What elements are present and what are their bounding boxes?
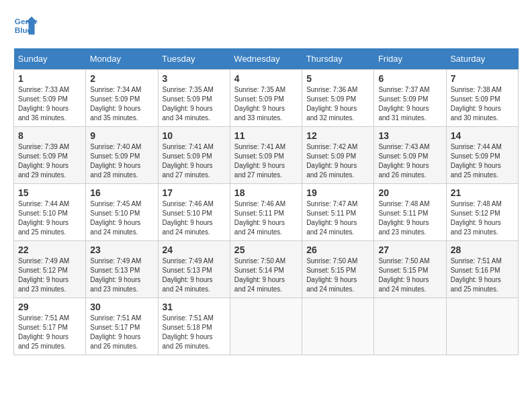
day-info: Sunrise: 7:35 AM Sunset: 5:09 PM Dayligh… [163, 85, 226, 123]
week-row-2: 8Sunrise: 7:39 AM Sunset: 5:09 PM Daylig… [14, 127, 519, 184]
calendar-cell: 14Sunrise: 7:44 AM Sunset: 5:09 PM Dayli… [446, 127, 518, 184]
logo: General Blue [13, 13, 38, 38]
day-number: 25 [234, 244, 298, 255]
calendar-cell: 25Sunrise: 7:50 AM Sunset: 5:14 PM Dayli… [230, 241, 302, 298]
day-number: 8 [18, 130, 81, 141]
day-number: 12 [306, 130, 369, 141]
day-number: 1 [18, 73, 81, 84]
calendar-cell [446, 298, 518, 355]
day-number: 15 [18, 187, 81, 198]
day-number: 28 [451, 244, 514, 255]
day-info: Sunrise: 7:33 AM Sunset: 5:09 PM Dayligh… [18, 85, 81, 123]
day-info: Sunrise: 7:40 AM Sunset: 5:09 PM Dayligh… [90, 142, 153, 180]
day-number: 10 [163, 130, 226, 141]
day-number: 7 [451, 73, 514, 84]
day-info: Sunrise: 7:48 AM Sunset: 5:11 PM Dayligh… [378, 199, 441, 237]
day-number: 20 [378, 187, 441, 198]
calendar-cell: 22Sunrise: 7:49 AM Sunset: 5:12 PM Dayli… [14, 241, 86, 298]
week-row-3: 15Sunrise: 7:44 AM Sunset: 5:10 PM Dayli… [14, 184, 519, 241]
calendar-cell: 12Sunrise: 7:42 AM Sunset: 5:09 PM Dayli… [302, 127, 374, 184]
day-info: Sunrise: 7:51 AM Sunset: 5:17 PM Dayligh… [90, 314, 153, 351]
weekday-header-monday: Monday [86, 48, 158, 70]
calendar-cell: 13Sunrise: 7:43 AM Sunset: 5:09 PM Dayli… [374, 127, 446, 184]
calendar-cell: 15Sunrise: 7:44 AM Sunset: 5:10 PM Dayli… [14, 184, 86, 241]
calendar-cell: 7Sunrise: 7:38 AM Sunset: 5:09 PM Daylig… [446, 70, 518, 127]
calendar-cell: 16Sunrise: 7:45 AM Sunset: 5:10 PM Dayli… [86, 184, 158, 241]
calendar-cell: 9Sunrise: 7:40 AM Sunset: 5:09 PM Daylig… [86, 127, 158, 184]
day-number: 23 [90, 244, 153, 255]
day-info: Sunrise: 7:50 AM Sunset: 5:14 PM Dayligh… [234, 257, 298, 294]
calendar-cell: 24Sunrise: 7:49 AM Sunset: 5:13 PM Dayli… [158, 241, 230, 298]
logo-icon: General Blue [13, 13, 38, 38]
calendar-cell: 30Sunrise: 7:51 AM Sunset: 5:17 PM Dayli… [86, 298, 158, 355]
day-number: 22 [18, 244, 81, 255]
day-number: 30 [90, 302, 153, 312]
day-number: 14 [451, 130, 514, 141]
week-row-5: 29Sunrise: 7:51 AM Sunset: 5:17 PM Dayli… [14, 298, 519, 355]
day-info: Sunrise: 7:49 AM Sunset: 5:13 PM Dayligh… [90, 257, 153, 294]
day-info: Sunrise: 7:50 AM Sunset: 5:15 PM Dayligh… [306, 257, 369, 294]
calendar-table: SundayMondayTuesdayWednesdayThursdayFrid… [13, 48, 519, 355]
weekday-header-wednesday: Wednesday [230, 48, 302, 70]
day-number: 2 [90, 73, 153, 84]
day-number: 27 [378, 244, 441, 255]
calendar-cell [374, 298, 446, 355]
day-info: Sunrise: 7:49 AM Sunset: 5:12 PM Dayligh… [18, 257, 81, 294]
day-info: Sunrise: 7:44 AM Sunset: 5:10 PM Dayligh… [18, 199, 81, 237]
weekday-header-sunday: Sunday [14, 48, 86, 70]
day-info: Sunrise: 7:43 AM Sunset: 5:09 PM Dayligh… [378, 142, 441, 180]
calendar-cell: 21Sunrise: 7:48 AM Sunset: 5:12 PM Dayli… [446, 184, 518, 241]
day-number: 11 [234, 130, 298, 141]
day-number: 29 [18, 302, 81, 312]
day-info: Sunrise: 7:41 AM Sunset: 5:09 PM Dayligh… [163, 142, 226, 180]
day-info: Sunrise: 7:41 AM Sunset: 5:09 PM Dayligh… [234, 142, 298, 180]
day-number: 6 [378, 73, 441, 84]
day-number: 5 [306, 73, 369, 84]
calendar-cell: 20Sunrise: 7:48 AM Sunset: 5:11 PM Dayli… [374, 184, 446, 241]
weekday-header-thursday: Thursday [302, 48, 374, 70]
calendar-cell: 10Sunrise: 7:41 AM Sunset: 5:09 PM Dayli… [158, 127, 230, 184]
day-number: 13 [378, 130, 441, 141]
calendar-cell: 18Sunrise: 7:46 AM Sunset: 5:11 PM Dayli… [230, 184, 302, 241]
day-number: 16 [90, 187, 153, 198]
calendar-cell [302, 298, 374, 355]
page-header: General Blue [13, 13, 519, 38]
day-info: Sunrise: 7:51 AM Sunset: 5:18 PM Dayligh… [163, 314, 226, 351]
calendar-cell: 27Sunrise: 7:50 AM Sunset: 5:15 PM Dayli… [374, 241, 446, 298]
calendar-cell: 17Sunrise: 7:46 AM Sunset: 5:10 PM Dayli… [158, 184, 230, 241]
weekday-header-tuesday: Tuesday [158, 48, 230, 70]
day-info: Sunrise: 7:38 AM Sunset: 5:09 PM Dayligh… [451, 85, 514, 123]
calendar-cell: 29Sunrise: 7:51 AM Sunset: 5:17 PM Dayli… [14, 298, 86, 355]
week-row-1: 1Sunrise: 7:33 AM Sunset: 5:09 PM Daylig… [14, 70, 519, 127]
week-row-4: 22Sunrise: 7:49 AM Sunset: 5:12 PM Dayli… [14, 241, 519, 298]
day-number: 26 [306, 244, 369, 255]
day-number: 3 [163, 73, 226, 84]
day-info: Sunrise: 7:45 AM Sunset: 5:10 PM Dayligh… [90, 199, 153, 237]
calendar-cell: 4Sunrise: 7:35 AM Sunset: 5:09 PM Daylig… [230, 70, 302, 127]
day-info: Sunrise: 7:35 AM Sunset: 5:09 PM Dayligh… [234, 85, 298, 123]
day-info: Sunrise: 7:46 AM Sunset: 5:11 PM Dayligh… [234, 199, 298, 237]
calendar-cell: 8Sunrise: 7:39 AM Sunset: 5:09 PM Daylig… [14, 127, 86, 184]
calendar-cell: 6Sunrise: 7:37 AM Sunset: 5:09 PM Daylig… [374, 70, 446, 127]
day-number: 21 [451, 187, 514, 198]
day-number: 31 [163, 302, 226, 312]
day-info: Sunrise: 7:48 AM Sunset: 5:12 PM Dayligh… [451, 199, 514, 237]
weekday-header-friday: Friday [374, 48, 446, 70]
calendar-cell: 23Sunrise: 7:49 AM Sunset: 5:13 PM Dayli… [86, 241, 158, 298]
day-info: Sunrise: 7:37 AM Sunset: 5:09 PM Dayligh… [378, 85, 441, 123]
day-info: Sunrise: 7:46 AM Sunset: 5:10 PM Dayligh… [163, 199, 226, 237]
weekday-header-row: SundayMondayTuesdayWednesdayThursdayFrid… [14, 48, 519, 70]
day-info: Sunrise: 7:36 AM Sunset: 5:09 PM Dayligh… [306, 85, 369, 123]
calendar-cell: 31Sunrise: 7:51 AM Sunset: 5:18 PM Dayli… [158, 298, 230, 355]
day-number: 19 [306, 187, 369, 198]
weekday-header-saturday: Saturday [446, 48, 518, 70]
calendar-cell: 3Sunrise: 7:35 AM Sunset: 5:09 PM Daylig… [158, 70, 230, 127]
calendar-cell [230, 298, 302, 355]
day-number: 17 [163, 187, 226, 198]
day-info: Sunrise: 7:42 AM Sunset: 5:09 PM Dayligh… [306, 142, 369, 180]
day-number: 18 [234, 187, 298, 198]
day-number: 4 [234, 73, 298, 84]
day-info: Sunrise: 7:49 AM Sunset: 5:13 PM Dayligh… [163, 257, 226, 294]
calendar-cell: 28Sunrise: 7:51 AM Sunset: 5:16 PM Dayli… [446, 241, 518, 298]
day-info: Sunrise: 7:44 AM Sunset: 5:09 PM Dayligh… [451, 142, 514, 180]
